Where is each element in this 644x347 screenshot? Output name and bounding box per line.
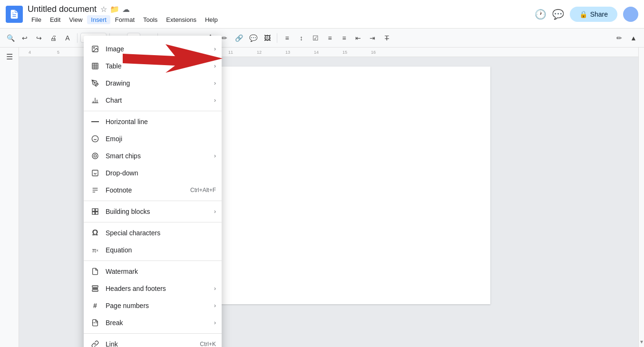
menu-item-image[interactable]: Image › (84, 40, 222, 58)
hamburger-menu[interactable]: ☰ (6, 52, 13, 61)
cloud-icon[interactable]: ☁ (122, 5, 130, 14)
menu-item-building-blocks[interactable]: Building blocks › (84, 203, 222, 220)
star-icon[interactable]: ☆ (100, 5, 107, 14)
svg-point-18 (92, 153, 98, 159)
title-bar: Untitled document ☆ 📁 ☁ File Edit View I… (0, 0, 644, 29)
numbered-list-button[interactable]: ≡ (337, 31, 351, 45)
decrease-indent-button[interactable]: ⇤ (351, 31, 365, 45)
menu-item-headers-footers[interactable]: Headers and footers › (84, 280, 222, 297)
insert-dropdown-menu: Image › Table › Drawing › Chart › (84, 36, 222, 347)
footnote-icon (89, 184, 101, 196)
svg-rect-24 (96, 209, 98, 211)
menu-view[interactable]: View (65, 15, 86, 24)
special-characters-label: Special characters (106, 229, 216, 237)
menu-edit[interactable]: Edit (46, 15, 64, 24)
table-arrow: › (214, 63, 216, 69)
svg-rect-28 (92, 290, 98, 291)
link-button[interactable]: 🔗 (232, 31, 245, 45)
page-numbers-label: Page numbers (106, 302, 214, 309)
share-button[interactable]: 🔒 Share (570, 7, 617, 22)
menu-format[interactable]: Format (111, 15, 138, 24)
doc-title[interactable]: Untitled document (28, 4, 97, 14)
link-menu-icon (89, 338, 101, 347)
menu-item-equation[interactable]: πx Equation (84, 241, 222, 259)
menu-item-table[interactable]: Table › (84, 58, 222, 75)
chat-icon[interactable]: 💬 (552, 9, 564, 20)
chart-icon (89, 95, 101, 106)
menu-item-page-numbers[interactable]: # Page numbers › (84, 297, 222, 314)
right-scrollbar: ▾ (638, 48, 644, 347)
bullet-list-button[interactable]: ≡ (323, 31, 336, 45)
table-icon (89, 60, 101, 72)
footnote-label: Footnote (106, 186, 190, 194)
drawing-icon (89, 77, 101, 89)
menu-item-watermark[interactable]: Watermark (84, 263, 222, 280)
user-avatar[interactable] (623, 7, 638, 22)
menu-item-dropdown[interactable]: Drop-down (84, 164, 222, 182)
special-characters-icon: Ω (89, 227, 101, 239)
scroll-down-arrow[interactable]: ▾ (640, 338, 643, 345)
menu-item-emoji[interactable]: Emoji (84, 130, 222, 147)
menu-insert[interactable]: Insert (87, 15, 110, 24)
link-shortcut: Ctrl+K (200, 341, 216, 347)
menu-item-smart-chips[interactable]: Smart chips › (84, 147, 222, 164)
menu-tools[interactable]: Tools (139, 15, 161, 24)
menu-item-link[interactable]: Link Ctrl+K (84, 336, 222, 347)
undo-button[interactable]: ↩ (18, 31, 31, 45)
print-button[interactable]: 🖨 (47, 31, 60, 45)
menu-item-footnote[interactable]: Footnote Ctrl+Alt+F (84, 182, 222, 199)
title-icons: ☆ 📁 ☁ (100, 5, 130, 14)
menu-item-drawing[interactable]: Drawing › (84, 75, 222, 92)
drawing-label: Drawing (106, 79, 214, 87)
title-right: 🕐 💬 🔒 Share (535, 7, 638, 22)
title-section: Untitled document ☆ 📁 ☁ File Edit View I… (28, 4, 535, 24)
toolbar-separator-1 (77, 33, 78, 43)
menu-group-building-blocks: Building blocks › (84, 201, 222, 222)
history-icon[interactable]: 🕐 (535, 9, 546, 20)
table-label: Table (106, 62, 214, 70)
menu-item-special-characters[interactable]: Ω Special characters (84, 224, 222, 241)
break-arrow: › (214, 319, 216, 326)
menu-item-chart[interactable]: Chart › (84, 92, 222, 109)
menu-extensions[interactable]: Extensions (162, 15, 200, 24)
collapse-button[interactable]: ▲ (627, 31, 640, 45)
redo-button[interactable]: ↪ (32, 31, 46, 45)
menu-group-link: Link Ctrl+K Comment Ctrl+Alt+M (84, 334, 222, 347)
toolbar-separator-4 (277, 33, 277, 43)
line-spacing-button[interactable]: ↕ (294, 31, 308, 45)
menu-group-elements: Horizontal line Emoji Smart chips › Drop… (84, 111, 222, 201)
spell-check-button[interactable]: A (61, 31, 74, 45)
text-style-button[interactable]: ✏ (613, 31, 626, 45)
list-check-button[interactable]: ☑ (309, 31, 322, 45)
menu-bar: File Edit View Insert Format Tools Exten… (28, 15, 535, 24)
break-label: Break (106, 319, 214, 327)
svg-point-9 (94, 82, 96, 84)
equation-label: Equation (106, 246, 216, 254)
clear-format-button[interactable]: T̶ (380, 31, 393, 45)
align-button[interactable]: ≡ (280, 31, 293, 45)
headers-footers-icon (89, 283, 101, 294)
headers-footers-label: Headers and footers (106, 285, 214, 292)
smart-chips-icon (89, 150, 101, 162)
svg-rect-19 (92, 170, 98, 176)
menu-help[interactable]: Help (201, 15, 222, 24)
search-button[interactable]: 🔍 (4, 31, 17, 45)
menu-item-horizontal-line[interactable]: Horizontal line (84, 113, 222, 130)
smart-chips-arrow: › (214, 153, 216, 159)
doc-icon (6, 6, 23, 23)
folder-icon[interactable]: 📁 (110, 5, 119, 14)
link-label: Link (106, 340, 200, 347)
chart-label: Chart (106, 96, 214, 104)
watermark-label: Watermark (106, 268, 216, 275)
comment-button[interactable]: 💬 (246, 31, 260, 45)
headers-footers-arrow: › (214, 285, 216, 292)
equation-icon: πx (89, 244, 101, 256)
menu-item-break[interactable]: Break › (84, 314, 222, 331)
page-numbers-icon: # (89, 300, 101, 311)
horizontal-line-label: Horizontal line (106, 118, 216, 125)
increase-indent-button[interactable]: ⇥ (366, 31, 379, 45)
svg-rect-26 (96, 212, 98, 214)
emoji-icon (89, 133, 101, 145)
image-button[interactable]: 🖼 (261, 31, 274, 45)
menu-file[interactable]: File (28, 15, 45, 24)
